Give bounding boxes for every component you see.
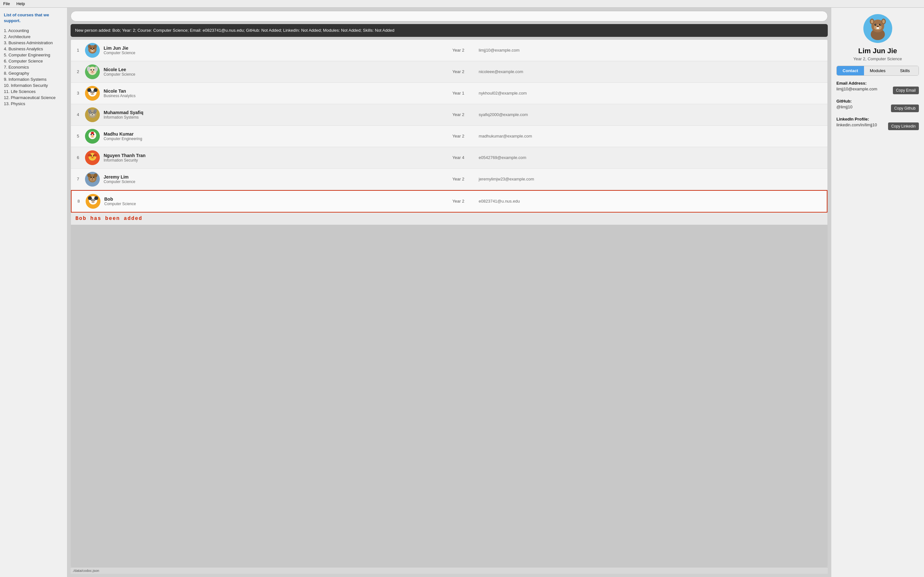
course-item[interactable]: 8. Geography [4,70,63,76]
svg-point-37 [92,114,93,115]
row-number: 3 [75,91,81,95]
tab-contact[interactable]: Contact [837,66,864,75]
person-name: Jeremy Lim [103,174,449,179]
file-menu[interactable]: File [3,1,10,6]
table-row[interactable]: 5 Madhu Kumar Computer Engineering Year … [71,126,827,147]
person-email: syafiq2000@example.com [479,112,824,117]
svg-point-16 [93,69,94,71]
person-year: Year 2 [452,48,475,53]
course-item[interactable]: 6. Computer Science [4,58,63,64]
help-menu[interactable]: Help [16,1,25,6]
svg-point-76 [871,19,873,23]
person-year: Year 2 [452,177,475,181]
person-year: Year 2 [452,69,475,74]
svg-point-6 [93,48,94,49]
person-course: Business Analytics [103,93,449,98]
svg-point-60 [92,178,93,179]
center-panel: New person added: Bob; Year: 2; Course: … [67,8,831,577]
person-info: Madhu Kumar Computer Engineering [103,131,449,141]
person-year: Year 1 [452,91,475,95]
avatar [85,43,100,58]
email-value: limjj10@example.com [837,87,891,91]
tab-skills[interactable]: Skills [891,66,919,75]
footer-path: ./data/codoc.json [71,567,828,574]
svg-point-42 [90,134,92,135]
table-row[interactable]: 4 Muhammad Syafiq Information Systems Ye… [71,104,827,126]
svg-point-17 [92,71,94,72]
person-email: jeremylimjw23@example.com [479,177,824,181]
table-row[interactable]: 3 Nicole Tan Business Analytics Year 1 n… [71,83,827,104]
course-item[interactable]: 2. Architecture [4,34,63,40]
copy-email-button[interactable]: Copy Email [893,87,919,94]
table-row[interactable]: 8 Bob Computer Science Year 2 e0823741@u… [71,190,827,213]
email-section: Email Address: limjj10@example.com Copy … [837,81,919,94]
svg-point-59 [93,177,94,178]
course-item[interactable]: 11. Life Sciences [4,89,63,95]
course-item[interactable]: 12. Pharmaceutical Science [4,95,63,101]
table-row[interactable]: 6 Nguyen Thanh Tran Information Security… [71,147,827,169]
tab-modules[interactable]: Modules [864,66,891,75]
copy-linkedin-button[interactable]: Copy Linkedin [888,122,919,130]
email-label: Email Address: [837,81,919,85]
linkedin-value: linkedin.com/in/limjj10 [837,122,886,127]
svg-point-35 [90,112,91,113]
person-course: Computer Science [103,51,449,55]
svg-point-43 [93,134,94,135]
person-course: Computer Engineering [103,137,449,141]
svg-point-55 [87,173,91,177]
person-name: Lim Jun Jie [103,45,449,51]
svg-point-77 [882,19,885,23]
svg-point-2 [88,45,91,48]
course-item[interactable]: 10. Information Security [4,82,63,89]
table-row[interactable]: 2 Nicole Lee Computer Science Year 2 nic… [71,61,827,83]
row-number: 4 [75,112,81,117]
avatar [85,129,100,143]
table-row[interactable]: 7 Jeremy Lim Computer Science Year 2 jer… [71,169,827,190]
search-input[interactable] [71,11,828,21]
person-info: Muhammad Syafiq Information Systems [103,110,449,119]
person-name: Nicole Lee [103,67,449,72]
svg-point-24 [91,91,92,92]
person-info: Bob Computer Science [104,197,449,206]
github-label: GitHub: [837,99,919,103]
search-bar [71,11,828,21]
svg-point-25 [94,91,94,92]
person-course: Computer Science [104,201,449,206]
course-item[interactable]: 9. Information Systems [4,76,63,82]
avatar [85,150,100,165]
course-list: 1. Accounting2. Architecture3. Business … [4,27,63,107]
profile-avatar [863,14,892,43]
svg-point-5 [90,48,92,49]
row-number: 6 [75,155,81,160]
email-row: limjj10@example.com Copy Email [837,87,919,94]
course-item[interactable]: 5. Computer Engineering [4,52,63,58]
svg-point-83 [877,26,879,27]
course-item[interactable]: 13. Physics [4,101,63,107]
person-info: Nicole Lee Computer Science [103,67,449,77]
person-email: madhukumar@example.com [479,134,824,139]
svg-point-82 [880,24,881,25]
copy-github-button[interactable]: Copy Github [891,105,919,112]
course-item[interactable]: 1. Accounting [4,27,63,34]
person-name: Nguyen Thanh Tran [103,153,449,158]
svg-point-36 [94,112,95,113]
svg-point-13 [95,66,98,71]
person-year: Year 2 [452,199,475,203]
person-name: Nicole Tan [103,89,449,93]
course-item[interactable]: 7. Economics [4,64,63,70]
linkedin-label: LinkedIn Profile: [837,117,919,121]
course-item[interactable]: 4. Business Analytics [4,46,63,52]
table-row[interactable]: 1 Lim Jun Jie Computer Science Year 2 li… [71,40,827,61]
person-year: Year 2 [452,134,475,139]
svg-point-80 [879,24,881,26]
svg-rect-84 [877,27,878,29]
main-layout: List of courses that we support. 1. Acco… [0,8,924,577]
svg-point-27 [92,92,93,93]
svg-point-68 [94,199,95,200]
svg-point-7 [92,49,93,50]
person-info: Lim Jun Jie Computer Science [103,45,449,55]
svg-rect-9 [92,50,94,51]
person-year: Year 2 [452,112,475,117]
course-item[interactable]: 3. Business Administration [4,40,63,46]
profile-subtitle: Year 2, Computer Science [853,56,902,61]
